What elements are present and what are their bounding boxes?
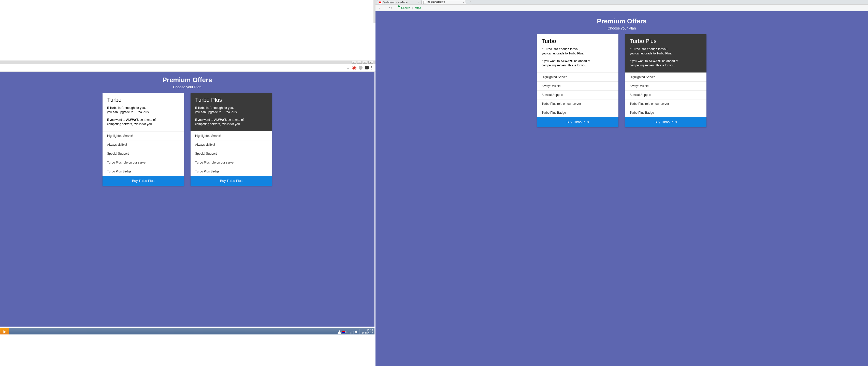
buy-button[interactable]: Buy Turbo Plus [625, 117, 707, 127]
tray-icon-1[interactable] [338, 330, 341, 334]
feature-item: Special Support [102, 149, 184, 158]
tray-flag-icon[interactable] [342, 331, 345, 333]
plan-title: Turbo [541, 38, 614, 44]
feature-item: Turbo Plus Badge [625, 108, 707, 117]
premium-title: Premium Offers [0, 76, 374, 84]
plan-description: If Turbo isn't enough for you,you can up… [630, 47, 702, 68]
window-control-a[interactable]: A [351, 61, 356, 64]
browser-tabs-row: Dashboard - YouTube × IN PROGRESS × [375, 0, 868, 5]
buy-button[interactable]: Buy Turbo Plus [537, 117, 618, 127]
premium-section-left: Premium OffersChoose your PlanTurboIf Tu… [0, 72, 374, 186]
pricing-card-head: TurboIf Turbo isn't enough for you,you c… [102, 93, 184, 131]
feature-item: Always visible! [190, 140, 272, 149]
feature-item: Highlighted Server! [537, 72, 618, 82]
secure-label: Secure [401, 6, 410, 9]
nav-reload-button[interactable] [389, 6, 392, 10]
plan-description: If Turbo isn't enough for you,you can up… [107, 106, 179, 127]
extension-icon-3[interactable] [365, 66, 369, 69]
left-page-content: Premium OffersChoose your PlanTurboIf Tu… [0, 72, 374, 327]
left-browser-chrome: A — ☐ ✕ ☆ [0, 61, 375, 72]
url-redacted [423, 8, 436, 8]
feature-item: Turbo Plus role on our server [190, 158, 272, 167]
youtube-favicon-icon [379, 1, 381, 4]
pricing-card-1: Turbo PlusIf Turbo isn't enough for you,… [190, 93, 272, 186]
tray-sound-icon[interactable] [355, 330, 359, 334]
pricing-card-0: TurboIf Turbo isn't enough for you,you c… [537, 34, 618, 127]
feature-item: Highlighted Server! [625, 72, 707, 82]
plan-title: Turbo Plus [630, 38, 702, 44]
feature-item: Turbo Plus role on our server [537, 99, 618, 108]
tray-divider [359, 329, 360, 334]
pricing-card-head: Turbo PlusIf Turbo isn't enough for you,… [190, 93, 272, 131]
pricing-cards-row: TurboIf Turbo isn't enough for you,you c… [375, 34, 868, 127]
tab-label: IN PROGRESS [427, 1, 445, 4]
svg-marker-1 [338, 330, 341, 334]
feature-item: Always visible! [102, 140, 184, 149]
tab-close-icon[interactable]: × [463, 1, 464, 4]
url-scheme: https [415, 6, 421, 9]
window-control-close[interactable]: ✕ [368, 61, 373, 64]
window-control-min[interactable]: — [357, 61, 362, 64]
buy-button[interactable]: Buy Turbo Plus [190, 176, 272, 186]
feature-item: Turbo Plus role on our server [102, 158, 184, 167]
feature-item: Highlighted Server! [190, 131, 272, 140]
tray-network-icon[interactable] [350, 330, 354, 334]
feature-list: Highlighted Server!Always visible!Specia… [102, 131, 184, 176]
svg-marker-0 [4, 330, 6, 333]
premium-section-right: Premium OffersChoose your PlanTurboIf Tu… [375, 11, 868, 127]
feature-item: Always visible! [537, 82, 618, 90]
browser-tab-0[interactable]: Dashboard - YouTube × [377, 0, 422, 4]
document-favicon-icon [423, 1, 426, 4]
plan-title: Turbo Plus [195, 97, 267, 103]
feature-item: Turbo Plus Badge [102, 167, 184, 176]
plan-description: If Turbo isn't enough for you,you can up… [195, 106, 267, 127]
bookmark-star-icon[interactable]: ☆ [346, 66, 350, 70]
pricing-card-1: Turbo PlusIf Turbo isn't enough for you,… [625, 34, 707, 127]
feature-list: Highlighted Server!Always visible!Specia… [537, 72, 618, 117]
svg-rect-4 [352, 331, 353, 334]
svg-rect-3 [351, 332, 352, 334]
feature-item: Turbo Plus Badge [190, 167, 272, 176]
secure-indicator[interactable]: Secure [398, 6, 410, 9]
clock-date: 4/29/2017 [362, 332, 373, 335]
browser-menu-icon[interactable] [371, 66, 372, 69]
window-control-max[interactable]: ☐ [363, 61, 367, 64]
extension-icon-2[interactable] [359, 66, 363, 70]
feature-item: Highlighted Server! [102, 131, 184, 140]
feature-list: Highlighted Server!Always visible!Specia… [625, 72, 707, 117]
feature-item: Special Support [625, 90, 707, 99]
pricing-cards-row: TurboIf Turbo isn't enough for you,you c… [0, 93, 374, 186]
lock-icon [398, 6, 400, 9]
right-page-content: Premium OffersChoose your PlanTurboIf Tu… [375, 11, 868, 366]
plan-title: Turbo [107, 97, 179, 103]
left-window-titlebar: A — ☐ ✕ [0, 61, 375, 64]
feature-list: Highlighted Server!Always visible!Specia… [190, 131, 272, 176]
premium-title: Premium Offers [375, 17, 868, 25]
feature-item: Turbo Plus role on our server [625, 99, 707, 108]
left-blank-area [0, 334, 374, 366]
left-monitor: A — ☐ ✕ ☆ Premium OffersChoose your Plan… [0, 0, 374, 336]
play-icon [2, 330, 7, 334]
buy-button[interactable]: Buy Turbo Plus [102, 176, 184, 186]
pricing-card-head: Turbo PlusIf Turbo isn't enough for you,… [625, 34, 707, 72]
tab-close-icon[interactable]: × [418, 1, 420, 4]
right-monitor: Dashboard - YouTube × IN PROGRESS × Secu… [375, 0, 868, 366]
new-tab-button[interactable] [465, 1, 472, 4]
taskbar-clock[interactable]: 10:12 4/29/2017 [360, 329, 373, 335]
nav-forward-button[interactable] [383, 6, 387, 10]
left-address-bar: ☆ [0, 64, 375, 72]
feature-item: Special Support [190, 149, 272, 158]
tray-icon-up[interactable]: ▴ [346, 330, 350, 334]
feature-item: Special Support [537, 90, 618, 99]
svg-rect-2 [350, 332, 351, 334]
browser-tab-1[interactable]: IN PROGRESS × [422, 0, 466, 4]
premium-subtitle: Choose your Plan [0, 85, 374, 89]
feature-item: Always visible! [625, 82, 707, 90]
nav-back-button[interactable] [377, 6, 381, 10]
premium-subtitle: Choose your Plan [375, 26, 868, 30]
extension-icon-1[interactable] [352, 66, 356, 70]
pricing-card-0: TurboIf Turbo isn't enough for you,you c… [102, 93, 184, 186]
tab-label: Dashboard - YouTube [383, 1, 407, 4]
right-address-bar: Secure | https [375, 5, 868, 11]
feature-item: Turbo Plus Badge [537, 108, 618, 117]
